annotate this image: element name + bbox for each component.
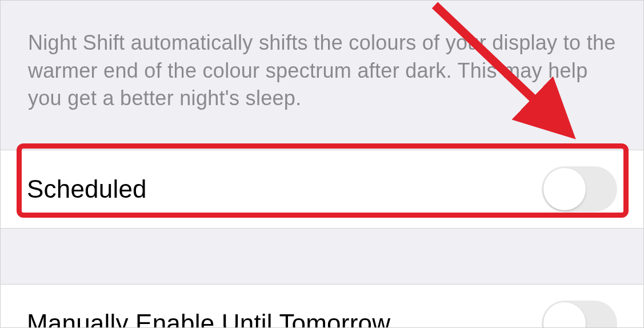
toggle-knob xyxy=(543,302,586,328)
manual-enable-row[interactable]: Manually Enable Until Tomorrow xyxy=(1,284,643,328)
night-shift-description: Night Shift automatically shifts the col… xyxy=(1,1,643,150)
scheduled-label: Scheduled xyxy=(27,175,147,203)
manual-enable-toggle[interactable] xyxy=(542,301,617,328)
scheduled-row[interactable]: Scheduled xyxy=(1,150,643,229)
manual-enable-label: Manually Enable Until Tomorrow xyxy=(27,309,390,328)
scheduled-toggle[interactable] xyxy=(542,166,617,212)
section-spacer xyxy=(1,229,643,284)
toggle-knob xyxy=(543,168,586,210)
